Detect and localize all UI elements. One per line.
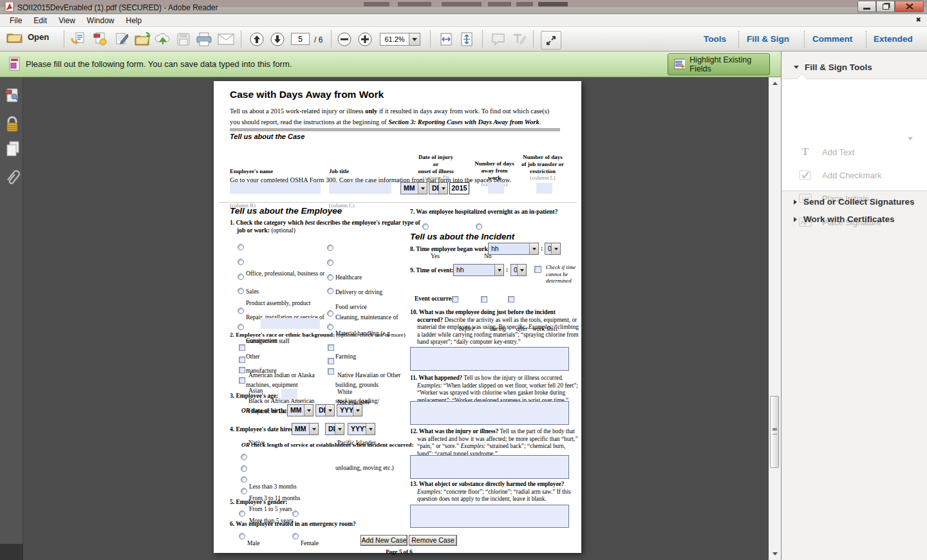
menu-help[interactable]: Help (120, 15, 148, 26)
birth-month-select[interactable]: MM (287, 404, 314, 416)
radio-er-yes[interactable] (239, 533, 245, 539)
job-transfer-field[interactable] (536, 183, 552, 194)
injury-day-select[interactable]: DD (429, 182, 448, 194)
checkbox-not-available[interactable] (328, 368, 334, 375)
work-with-certificates-section[interactable]: Work with Certificates (794, 214, 895, 224)
radio-3-to-11-months[interactable] (241, 465, 247, 472)
radio-er-no[interactable] (292, 533, 299, 539)
radio-1-to-5-years[interactable] (241, 476, 247, 483)
next-page-button[interactable] (268, 32, 286, 47)
radio-male[interactable] (239, 510, 245, 517)
scrollbar-thumb[interactable] (770, 396, 779, 468)
security-lock-icon[interactable] (5, 116, 19, 133)
checkbox-native-hawaiian[interactable] (328, 344, 334, 351)
dropdown-button[interactable] (335, 424, 344, 434)
minimize-button[interactable] (857, 1, 876, 12)
dropdown-button[interactable] (551, 243, 560, 254)
radio-female[interactable] (292, 510, 299, 517)
dropdown-button[interactable] (529, 243, 538, 254)
tab-fill-sign[interactable]: Fill & Sign (747, 34, 789, 44)
radio-delivery-driving[interactable] (327, 259, 333, 266)
dropdown-button[interactable] (517, 265, 526, 275)
radio-more-5-years[interactable] (241, 488, 247, 494)
checkbox-time-undetermined[interactable] (534, 266, 541, 273)
scroll-down-button[interactable] (769, 548, 781, 559)
save-to-cloud-folder-button[interactable] (133, 32, 151, 47)
menubar-close-icon[interactable]: ✖ (916, 16, 921, 23)
radio-hospitalized-no[interactable] (476, 223, 482, 230)
radio-other[interactable] (238, 324, 244, 330)
add-checkmark-tool[interactable]: Add Checkmark (798, 168, 881, 182)
radio-sales[interactable] (238, 259, 244, 265)
hired-month-select[interactable]: MM (292, 423, 319, 435)
checkbox-before-shift[interactable] (452, 296, 458, 303)
dropdown-button[interactable] (494, 265, 503, 275)
dropdown-button[interactable] (304, 405, 313, 416)
previous-page-button[interactable] (248, 32, 266, 47)
event-hour-select[interactable]: hh (453, 264, 504, 276)
add-text-tool[interactable]: T Add Text (798, 145, 854, 159)
radio-healthcare[interactable] (327, 245, 333, 251)
close-button[interactable] (895, 1, 924, 12)
menu-edit[interactable]: Edit (28, 15, 53, 26)
radio-less-3-months[interactable] (241, 454, 247, 460)
share-file-button[interactable] (69, 32, 87, 47)
checkbox-black-african-american[interactable] (239, 367, 245, 373)
fill-sign-tools-header[interactable]: Fill & Sign Tools (794, 62, 872, 72)
sign-document-button[interactable] (113, 32, 131, 47)
open-button[interactable]: Open (6, 31, 49, 43)
hired-year-select[interactable]: YYYY (348, 423, 375, 435)
job-title-field[interactable] (329, 182, 391, 194)
dropdown-button[interactable] (438, 183, 447, 194)
comment-button[interactable] (489, 32, 507, 47)
send-collect-signatures-section[interactable]: Send or Collect Signatures (794, 197, 915, 207)
checkbox-asian[interactable] (239, 357, 245, 363)
radio-farming[interactable] (327, 324, 333, 330)
began-work-hour-select[interactable]: hh (488, 243, 539, 255)
hired-day-select[interactable]: DD (325, 423, 344, 435)
radio-material-handling[interactable] (327, 310, 333, 317)
dropdown-button[interactable] (353, 405, 362, 416)
vertical-scrollbar[interactable] (768, 77, 781, 560)
tab-tools[interactable]: Tools (704, 34, 726, 44)
dropdown-button[interactable] (309, 424, 318, 434)
fit-page-button[interactable] (458, 32, 476, 47)
checkbox-during-shift[interactable] (481, 296, 487, 303)
fullscreen-button[interactable] (541, 31, 561, 50)
injury-month-select[interactable]: MM (400, 182, 427, 194)
checkbox-american-indian[interactable] (239, 344, 245, 351)
object-substance-textarea[interactable] (410, 505, 569, 528)
tab-extended[interactable]: Extended (874, 34, 913, 44)
began-work-minute-select[interactable]: 00 (545, 243, 561, 255)
highlight-existing-fields-button[interactable]: Highlight Existing Fields (668, 53, 770, 75)
attachments-paperclip-icon[interactable] (6, 167, 20, 188)
page-number-input[interactable]: 5 (291, 33, 310, 45)
signature-dropdown-button[interactable] (908, 140, 913, 152)
checkbox-white[interactable] (328, 358, 334, 364)
other-job-field[interactable] (261, 318, 320, 329)
dropdown-button[interactable] (325, 405, 334, 416)
zoom-out-button[interactable] (335, 32, 353, 47)
restore-button[interactable] (876, 1, 895, 12)
dropdown-button[interactable] (366, 424, 375, 434)
page-thumbnails-icon[interactable] (5, 88, 20, 104)
birth-year-select[interactable]: YYYY (337, 404, 362, 416)
checkbox-after-shift[interactable] (508, 296, 514, 303)
radio-construction[interactable] (238, 308, 244, 314)
what-happened-textarea[interactable] (410, 401, 569, 425)
zoom-dropdown-button[interactable] (409, 33, 420, 46)
save-button[interactable] (174, 32, 192, 47)
zoom-level-input[interactable]: 61.2% (380, 33, 409, 46)
add-new-case-button[interactable]: Add New Case (360, 535, 407, 546)
text-edits-button[interactable] (510, 32, 528, 47)
create-pdf-button[interactable] (91, 32, 109, 47)
scroll-up-button[interactable] (769, 78, 781, 88)
employee-name-field[interactable] (230, 182, 321, 194)
menu-view[interactable]: View (53, 15, 81, 26)
tab-comment[interactable]: Comment (812, 34, 852, 44)
pages-icon[interactable] (5, 140, 21, 157)
radio-office-staff[interactable] (238, 244, 244, 250)
employee-age-field[interactable] (281, 389, 297, 399)
menu-window[interactable]: Window (81, 15, 120, 26)
email-button[interactable] (217, 32, 235, 47)
